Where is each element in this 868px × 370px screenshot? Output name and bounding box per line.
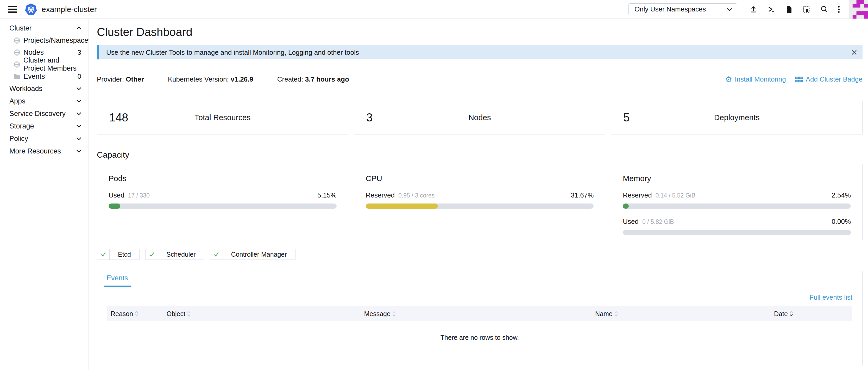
avatar-identicon[interactable] [849,0,868,19]
chevron-down-icon [75,98,82,104]
header-actions: ⚙ Install Monitoring Add Cluster Badge [725,75,863,83]
sidebar-item-cluster-members[interactable]: Cluster and Project Members [0,58,89,70]
sidebar-group-label: Service Discovery [9,110,66,118]
kubectl-shell-icon[interactable] [767,5,776,14]
sidebar-item-label: Events [24,73,45,81]
chevron-down-icon [75,111,82,116]
sidebar-group-label: Workloads [9,85,42,93]
namespace-filter-select[interactable]: Only User Namespaces [628,3,737,16]
events-link-row: Full events list [97,287,862,302]
capacity-row: Reserved 0.14 / 5.52 GiB 2.54% [623,191,851,199]
column-label: Object [166,310,185,318]
copy-kubeconfig-icon[interactable] [802,5,811,14]
glance-value: v1.26.9 [231,75,253,83]
glance-provider: Provider: Other [97,75,144,83]
capacity-heading: Capacity [97,150,863,160]
capacity-row-percent: 31.67% [571,191,594,199]
column-header-reason[interactable]: Reason [107,310,163,318]
sort-icon [134,310,138,317]
memory-capacity-card: Memory Reserved 0.14 / 5.52 GiB 2.54% Us… [611,164,863,240]
sidebar-group-service-discovery[interactable]: Service Discovery [0,107,89,120]
capacity-row-percent: 0.00% [832,218,851,226]
capacity-row: Used 0 / 5.82 GiB 0.00% [623,218,851,226]
sort-icon [392,310,396,317]
capacity-row-detail: 0.14 / 5.52 GiB [656,192,695,199]
sidebar-group-storage[interactable]: Storage [0,120,89,132]
sidebar-group-workloads[interactable]: Workloads [0,82,89,95]
total-resources-card[interactable]: Total Resources 148 [97,101,348,134]
progress-bar-fill [108,203,120,209]
chevron-down-icon [75,136,82,141]
install-monitoring-label: Install Monitoring [735,75,786,83]
badge-label: Controller Manager [223,249,295,259]
glance-kubernetes-version: Kubernetes Version: v1.26.9 [168,75,253,83]
chevron-up-icon [75,26,82,31]
column-label: Name [595,310,613,318]
events-table-empty-state: There are no rows to show. [107,321,852,354]
import-yaml-icon[interactable] [749,5,758,14]
pods-capacity-card: Pods Used 17 / 330 5.15% [97,164,348,240]
column-header-message[interactable]: Message [360,310,591,318]
nodes-card[interactable]: Nodes 3 [354,101,606,134]
etcd-status-badge: Etcd [97,249,140,260]
globe-icon [13,49,21,56]
install-monitoring-link[interactable]: ⚙ Install Monitoring [725,75,786,83]
progress-bar-fill [366,203,438,209]
sidebar-group-policy[interactable]: Policy [0,132,89,145]
controller-manager-status-badge: Controller Manager [210,249,296,260]
close-icon[interactable] [850,49,858,56]
download-kubeconfig-icon[interactable] [784,5,793,14]
column-header-name[interactable]: Name [591,310,770,318]
main-content: Cluster Dashboard Use the new Cluster To… [89,19,868,370]
sidebar-group-cluster[interactable]: Cluster [0,22,89,34]
progress-bar-fill [623,203,628,209]
sidebar-item-label: Nodes [24,49,44,57]
check-icon [210,249,223,259]
capacity-cards: Pods Used 17 / 330 5.15% CPU Reserved 0.… [97,164,863,240]
sidebar-group-label: More Resources [9,147,61,155]
sidebar-group-apps[interactable]: Apps [0,95,89,107]
count-cards: Total Resources 148 Nodes 3 Deployments … [97,101,863,134]
count-card-value: 5 [623,111,629,124]
tab-events[interactable]: Events [104,274,131,287]
folder-icon [13,73,21,80]
gear-icon: ⚙ [725,76,732,83]
progress-bar [108,203,337,209]
kebab-menu-icon[interactable] [838,5,840,14]
kubernetes-logo-icon[interactable] [25,3,37,16]
sidebar-group-more-resources[interactable]: More Resources [0,145,89,158]
chevron-down-icon [75,86,82,91]
sidebar-item-count: 3 [78,49,81,57]
sort-icon [614,310,618,317]
events-panel: Events Full events list Reason Object Me… [97,271,863,366]
badge-label: Scheduler [158,249,204,259]
sidebar-item-count: 0 [78,73,81,81]
deployments-card[interactable]: Deployments 5 [611,101,863,134]
sidebar-group-label: Policy [9,135,28,143]
section-divider [97,67,863,67]
glance-label: Provider: [97,75,124,83]
capacity-row-label: Reserved [623,191,652,199]
globe-icon [13,61,21,68]
badge-label: Etcd [110,249,139,259]
add-cluster-badge-link[interactable]: Add Cluster Badge [795,75,863,83]
cpu-capacity-card: CPU Reserved 0.95 / 3 cores 31.67% [354,164,606,240]
capacity-card-title: CPU [366,174,594,183]
capacity-row-detail: 0.95 / 3 cores [398,192,435,199]
top-bar: example-cluster Only User Namespaces [0,0,868,19]
sidebar-item-label: Projects/Namespaces [24,36,92,45]
progress-bar [623,230,851,235]
glance-label: Kubernetes Version: [168,75,229,83]
column-header-object[interactable]: Object [163,310,361,318]
count-card-label: Deployments [611,113,862,122]
menu-icon[interactable] [8,4,17,14]
sidebar-item-projects-namespaces[interactable]: Projects/Namespaces [0,34,89,47]
glance-value: Other [126,75,144,83]
capacity-row-label: Used [108,191,124,199]
column-header-date[interactable]: Date [770,310,852,318]
count-card-value: 148 [109,111,128,124]
full-events-list-link[interactable]: Full events list [809,293,852,302]
badge-icon [795,76,803,83]
top-bar-actions: Only User Namespaces [628,0,868,19]
search-icon[interactable] [820,5,829,14]
